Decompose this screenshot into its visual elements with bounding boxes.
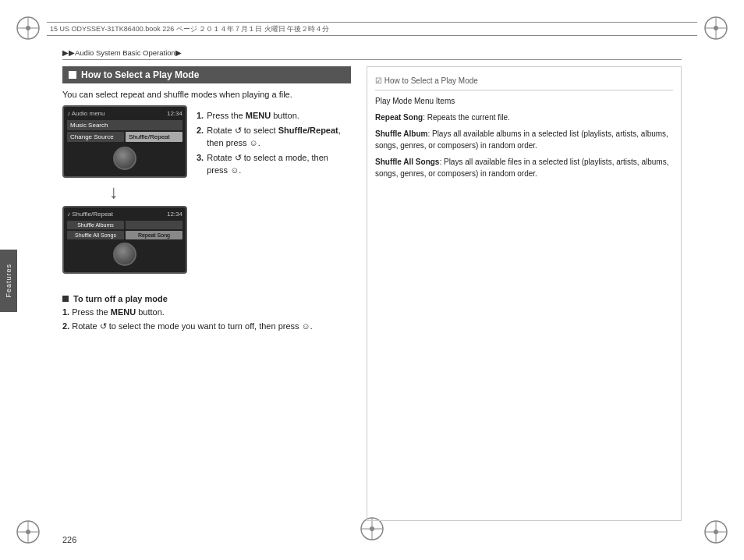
svg-point-11 [26,530,30,534]
sub-section: To turn off a play mode 1. Press the MEN… [62,294,351,333]
left-column: How to Select a Play Mode You can select… [62,66,367,521]
knob-icon [113,147,136,170]
right-panel-breadcrumb: ☑ How to Select a Play Mode [375,75,673,90]
screen1-item-music-search: Music Search [67,120,182,130]
screen2-item-shuffle-all: Shuffle All Songs [67,231,124,239]
step-2-num: 2. [197,125,204,149]
section-header: How to Select a Play Mode [62,66,351,83]
right-panel-subtitle: Play Mode Menu Items [375,95,673,107]
step-1-num: 1. [197,110,204,122]
corner-decoration-tl [14,14,42,42]
sub-step-1-num: 1. [62,307,69,317]
screen2-knob [67,243,182,266]
svg-point-19 [370,526,374,531]
main-content: How to Select a Play Mode You can select… [62,66,682,521]
screen2-time: 12:34 [167,211,182,218]
sub-section-title: To turn off a play mode [73,294,168,303]
arrow-down-icon: ↓ [109,181,119,203]
knob2-icon [113,243,136,266]
right-column: ☑ How to Select a Play Mode Play Mode Me… [367,66,682,521]
step-1-text: Press the MENU button. [207,110,299,122]
screen1-title: ♪ Audio menu [67,110,105,117]
screen1-item-change-source: Change Source [67,132,124,142]
screen2: ♪ Shuffle/Repeat 12:34 Shuffle Albums Sh… [62,206,187,274]
svg-point-15 [714,530,718,534]
section-square-icon [69,71,76,79]
step-3-text: Rotate ↺ to select a mode, then press ☺. [207,152,351,176]
step-1: 1. Press the MENU button. [197,110,351,122]
right-panel-item-shuffle-all: Shuffle All Songs: Plays all available f… [375,156,673,179]
screen2-title: ♪ Shuffle/Repeat [67,211,113,218]
file-info: 15 US ODYSSEY-31TK86400.book 226 ページ ２０１… [50,24,329,34]
section-title: How to Select a Play Mode [81,69,199,80]
step-3: 3. Rotate ↺ to select a mode, then press… [197,152,351,176]
step-2-text: Rotate ↺ to select Shuffle/Repeat, then … [207,125,351,149]
step-3-num: 3. [197,152,204,176]
screen1-item-shuffle: Shuffle/Repeat [126,132,182,142]
right-panel-item-repeat-song: Repeat Song: Repeats the current file. [375,112,673,123]
corner-decoration-tr [702,14,730,42]
screen2-items: Shuffle Albums Shuffle All Songs Repeat … [67,221,182,239]
breadcrumb-rule [62,59,682,60]
svg-point-3 [26,26,30,30]
screen2-item-repeat-song: Repeat Song [126,231,182,239]
screen1: ♪ Audio menu 12:34 Music Search Change S… [62,105,187,178]
sub-section-square-icon [62,296,69,302]
right-panel-item-shuffle-album: Shuffle Album: Plays all available album… [375,128,673,151]
screen1-knob [67,147,182,170]
sub-step-2: 2. Rotate ↺ to select the mode you want … [62,321,351,332]
screen1-time: 12:34 [167,110,182,117]
svg-point-7 [714,26,718,30]
intro-text: You can select repeat and shuffle modes … [62,90,351,99]
header-bar: 15 US ODYSSEY-31TK86400.book 226 ページ ２０１… [47,22,697,36]
sub-section-header: To turn off a play mode [62,294,351,303]
steps-container: 1. Press the MENU button. 2. Rotate ↺ to… [197,110,351,283]
screens-container: ♪ Audio menu 12:34 Music Search Change S… [62,105,187,274]
step-2: 2. Rotate ↺ to select Shuffle/Repeat, th… [197,125,351,149]
sub-step-1: 1. Press the MENU button. [62,307,351,318]
features-label: Features [5,264,12,298]
breadcrumb: ▶▶Audio System Basic Operation▶ [62,48,182,57]
features-tab: Features [0,250,17,312]
sub-step-2-num: 2. [62,321,69,331]
screen2-header: ♪ Shuffle/Repeat 12:34 [67,211,182,218]
corner-decoration-br [702,518,730,546]
screen2-item-empty [126,221,182,229]
page-number: 226 [62,535,76,544]
screen2-item-shuffle-albums: Shuffle Albums [67,221,124,229]
corner-decoration-bl [14,518,42,546]
screen1-header: ♪ Audio menu 12:34 [67,110,182,117]
